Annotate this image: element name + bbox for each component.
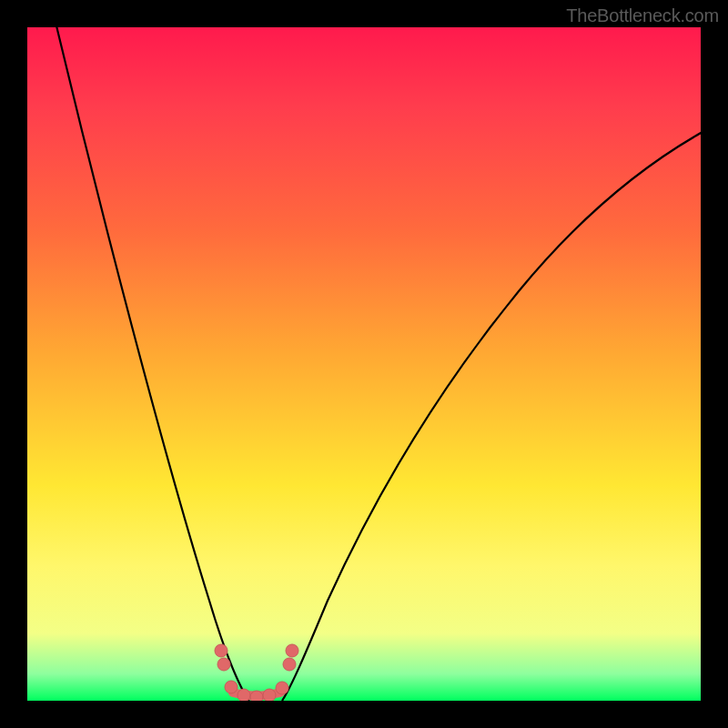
watermark-text: TheBottleneck.com [566,5,719,26]
left-curve [55,27,249,701]
chart-svg [27,27,701,701]
right-curve [282,132,701,701]
threshold-marker-group [215,644,298,701]
threshold-dot [263,689,276,701]
threshold-dot [238,689,250,701]
threshold-dot [225,681,238,693]
threshold-dot [217,658,230,671]
threshold-dot [215,644,228,657]
threshold-dot [250,691,263,701]
threshold-dot [286,644,298,657]
threshold-dot [283,658,296,671]
chart-plot-area [27,27,701,701]
threshold-dot [276,682,288,694]
